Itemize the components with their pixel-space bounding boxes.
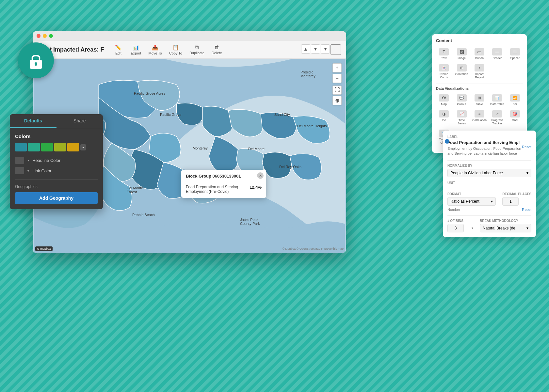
- label-section-title: Label: [447, 135, 531, 139]
- headline-dropdown-arrow[interactable]: ▾: [27, 159, 29, 162]
- bins-label: # of Bins: [447, 219, 473, 223]
- viz-item-correlation[interactable]: ≈ Correlation: [472, 109, 487, 126]
- settings-divider-2: [447, 189, 531, 189]
- callout-icon: 💬: [457, 94, 467, 102]
- defaults-body: Colors ▾ ▾ Headline Color ▾ Link Color G…: [10, 128, 103, 209]
- nav-arrows: ▲ ▼ ▾: [301, 44, 341, 55]
- more-options-button[interactable]: ▾: [321, 44, 330, 54]
- frame-button[interactable]: [331, 44, 341, 55]
- normalize-chevron-icon: ▾: [526, 171, 528, 175]
- move-up-button[interactable]: ▲: [301, 44, 310, 54]
- viz-item-bar[interactable]: 📶 Bar: [507, 93, 523, 107]
- normalize-section: Normalize by People In Civilian Labor Fo…: [447, 164, 531, 177]
- normalize-select[interactable]: People In Civilian Labor Force ▾: [447, 169, 531, 177]
- content-item-import[interactable]: ↑ Import Report: [472, 63, 487, 80]
- edit-button[interactable]: ✏️ Edit: [110, 43, 127, 56]
- content-item-spacer[interactable]: ⬜ Spacer: [507, 47, 523, 61]
- swatch-1[interactable]: [15, 143, 27, 151]
- decimal-places-input[interactable]: 1: [502, 197, 519, 206]
- bins-select-row: 3 ▾: [447, 224, 473, 232]
- viz-item-progress[interactable]: ↗ Progress Tracker: [489, 109, 505, 126]
- popup-row-label: Food Preparation and Serving Employment …: [186, 185, 246, 194]
- format-group: Format Ratio as Percent ▾: [447, 192, 496, 206]
- defaults-tabs: Defaults Share: [10, 114, 103, 128]
- geo-section: Geographies Add Geography: [15, 180, 98, 204]
- popup-title: Block Group 060530133001: [186, 174, 262, 179]
- viz-item-goal[interactable]: 🎯 Goal: [507, 109, 523, 126]
- traffic-light-green[interactable]: [49, 34, 53, 38]
- text-icon: T: [439, 48, 449, 55]
- mapbox-logo: ⊕ mapbox: [35, 247, 53, 250]
- swatch-5[interactable]: [67, 143, 79, 151]
- goal-icon: 🎯: [510, 110, 520, 118]
- settings-indicator: [445, 139, 449, 144]
- label-section: Label Food Preparation and Serving Empl …: [447, 135, 531, 156]
- delete-button[interactable]: 🗑 Delete: [208, 43, 225, 56]
- headline-color-swatch[interactable]: [15, 157, 24, 164]
- link-dropdown-arrow[interactable]: ▾: [27, 169, 29, 173]
- traffic-light-red[interactable]: [37, 34, 40, 38]
- divider-icon: —: [492, 48, 502, 55]
- copy-to-button[interactable]: 📋 Copy To: [166, 43, 186, 56]
- viz-item-data-table[interactable]: 📊 Data Table: [489, 93, 505, 107]
- content-item-divider[interactable]: — Divider: [489, 47, 505, 61]
- viz-item-time-series[interactable]: 📈 Time Series: [454, 109, 469, 126]
- content-items-grid: T Text 🖼 Image ▭ Button — Divider ⬜ Spac…: [436, 47, 523, 80]
- duplicate-icon: ⧉: [195, 44, 199, 50]
- add-geography-button[interactable]: Add Geography: [15, 192, 98, 204]
- export-icon: 📊: [133, 44, 139, 51]
- bar-icon: 📶: [510, 94, 520, 102]
- traffic-light-yellow[interactable]: [43, 34, 47, 38]
- export-button[interactable]: 📊 Export: [127, 43, 144, 56]
- duplicate-button[interactable]: ⧉ Duplicate: [186, 43, 208, 56]
- viz-item-callout[interactable]: 💬 Callout: [454, 93, 469, 107]
- content-item-collection[interactable]: ⊞ Collection: [454, 63, 469, 80]
- bins-group: # of Bins 3 ▾: [447, 219, 473, 232]
- share-tab[interactable]: Share: [57, 114, 103, 128]
- toolbar: Most Impacted Areas: F ✏️ Edit 📊 Export …: [33, 41, 346, 59]
- color-swatches: ▾: [15, 143, 98, 151]
- decimal-places-label: Decimal places: [502, 192, 531, 196]
- popup-close-button[interactable]: ✕: [257, 172, 264, 179]
- bins-row: # of Bins 3 ▾ Break methodology Natural …: [447, 219, 531, 232]
- content-item-promo[interactable]: 🃏 Promo Cards: [436, 63, 452, 80]
- bins-value[interactable]: 3: [447, 224, 464, 232]
- field-reset-button[interactable]: Reset: [522, 145, 531, 149]
- color-palette-dropdown[interactable]: ▾: [80, 144, 86, 150]
- break-select[interactable]: Natural Breaks (de ▾: [480, 224, 531, 232]
- content-item-button[interactable]: ▭ Button: [472, 47, 487, 61]
- number-reset-button[interactable]: Reset: [522, 208, 531, 212]
- move-down-button[interactable]: ▼: [311, 44, 320, 54]
- viz-item-pie[interactable]: ◑ Pie: [436, 109, 452, 126]
- swatch-4[interactable]: [54, 143, 66, 151]
- viz-item-table[interactable]: ⊞ Table: [472, 93, 487, 107]
- content-panel-title: Content: [436, 38, 523, 43]
- format-row: Format Ratio as Percent ▾ Decimal places…: [447, 192, 531, 206]
- viz-item-map[interactable]: 🗺 Map: [436, 93, 452, 107]
- format-select[interactable]: Ratio as Percent ▾: [447, 197, 496, 206]
- popup-data-row: Food Preparation and Serving Employment …: [186, 182, 262, 194]
- unit-section: Unit: [447, 181, 531, 185]
- content-item-text[interactable]: T Text: [436, 47, 452, 61]
- colors-title: Colors: [15, 133, 98, 139]
- number-label: Number: [447, 208, 460, 212]
- move-to-button[interactable]: 📤 Move To: [145, 43, 165, 56]
- break-group: Break methodology Natural Breaks (de ▾: [480, 219, 531, 232]
- content-divider: [436, 84, 523, 84]
- fullscreen-button[interactable]: ⛶: [332, 86, 342, 95]
- defaults-tab[interactable]: Defaults: [10, 114, 57, 128]
- edit-icon: ✏️: [115, 44, 121, 51]
- bins-chevron-icon[interactable]: ▾: [472, 226, 473, 230]
- swatch-2[interactable]: [28, 143, 40, 151]
- zoom-in-button[interactable]: +: [332, 63, 342, 72]
- link-color-swatch[interactable]: [15, 167, 24, 174]
- content-item-image[interactable]: 🖼 Image: [454, 47, 469, 61]
- map-controls: + − ⛶ ⊕: [332, 63, 342, 105]
- format-section: Format Ratio as Percent ▾ Decimal places…: [447, 192, 531, 212]
- zoom-out-button[interactable]: −: [332, 74, 342, 83]
- unit-label: Unit: [447, 181, 531, 185]
- link-color-row: ▾ Link Color: [15, 167, 98, 174]
- swatch-3[interactable]: [41, 143, 53, 151]
- compass-button[interactable]: ⊕: [332, 96, 342, 105]
- collection-icon: ⊞: [457, 64, 467, 71]
